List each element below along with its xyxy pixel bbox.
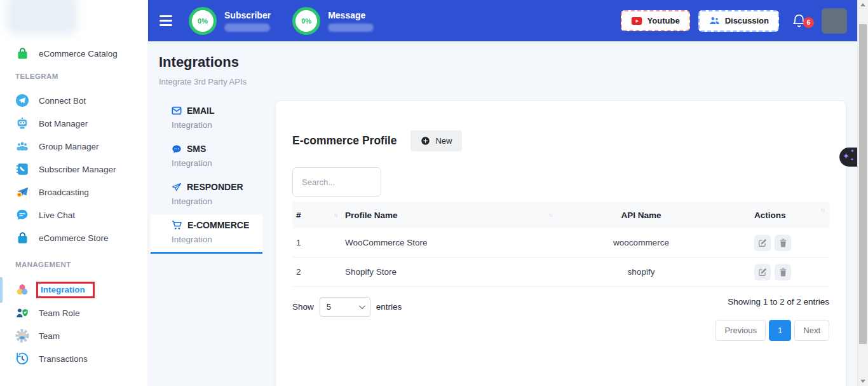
- tab-sms-integration[interactable]: SMS Integration: [151, 138, 262, 176]
- edit-icon: [758, 238, 767, 247]
- column-header-number[interactable]: # ↑↓: [292, 210, 345, 220]
- sidebar-item-subscriber-manager[interactable]: Subscriber Manager: [0, 158, 147, 181]
- send-plane-icon: [172, 183, 182, 192]
- next-page-button[interactable]: Next: [794, 320, 829, 341]
- sidebar-item-transactions[interactable]: Transactions: [0, 347, 147, 370]
- subscriber-stat-label: Subscriber: [224, 10, 271, 20]
- sidebar-item-broadcasting[interactable]: Broadcasting: [0, 181, 147, 203]
- sidebar-item-integration[interactable]: Integration: [0, 279, 147, 301]
- message-progress: 0% Message: [292, 7, 374, 35]
- scroll-down-arrow-icon[interactable]: [860, 380, 865, 383]
- sidebar-item-team-role[interactable]: Team Role: [0, 301, 147, 324]
- sidebar-item-ecommerce-store[interactable]: eCommerce Store: [0, 226, 147, 249]
- message-stat-label: Message: [328, 10, 374, 20]
- main-content: Integrations Integrate 3rd Party APIs EM…: [148, 41, 857, 386]
- tab-subtitle: Integration: [172, 158, 262, 169]
- annotation-highlight-box: Integration: [36, 282, 95, 298]
- subscriber-stat-redacted-value: [224, 24, 270, 32]
- page-size-value: 5: [327, 302, 331, 312]
- sidebar-item-label: Team: [39, 331, 60, 341]
- top-header: 0% Subscriber 0% Message Youtube Discuss…: [148, 0, 857, 41]
- page-subtitle: Integrate 3rd Party APIs: [159, 77, 247, 86]
- shopping-bag-blue-icon: [15, 231, 29, 245]
- discussion-button-label: Discussion: [725, 16, 769, 25]
- youtube-button[interactable]: Youtube: [621, 10, 690, 31]
- table-header-row: # ↑↓ Profile Name ↑↓ API Name Actions ↑↓: [292, 202, 829, 228]
- youtube-button-label: Youtube: [648, 16, 680, 25]
- page-size-select[interactable]: 5: [320, 297, 370, 317]
- table-row: 2 Shopify Store shopify: [292, 258, 829, 287]
- sparkle-icon: ✦: [843, 151, 850, 161]
- scroll-up-arrow-icon[interactable]: [860, 3, 865, 6]
- sidebar-item-connect-bot[interactable]: Connect Bot: [0, 89, 147, 112]
- subscriber-progress-ring: 0%: [189, 7, 217, 35]
- sms-bubble-icon: [172, 144, 182, 154]
- integration-tabs: EMAIL Integration SMS Integration RESPON…: [151, 100, 262, 254]
- trash-icon: [779, 238, 787, 247]
- notifications-button[interactable]: 6: [791, 13, 807, 29]
- sparkle-icon: ✦: [850, 157, 854, 162]
- plus-circle-icon: [421, 136, 430, 146]
- sidebar-item-label: Transactions: [39, 354, 88, 364]
- sidebar-item-label: Subscriber Manager: [39, 165, 116, 174]
- tab-title: SMS: [187, 143, 206, 155]
- column-header-api-name[interactable]: API Name: [560, 210, 722, 220]
- sidebar-item-label: Live Chat: [39, 210, 75, 220]
- sidebar-item-label: Broadcasting: [39, 188, 89, 197]
- edit-button[interactable]: [754, 264, 771, 280]
- sidebar-item-label: Bot Manager: [39, 119, 88, 128]
- menu-toggle-icon[interactable]: [159, 15, 172, 26]
- profiles-table: # ↑↓ Profile Name ↑↓ API Name Actions ↑↓: [292, 202, 829, 287]
- sidebar-section-telegram: TELEGRAM: [0, 65, 147, 84]
- tab-responder-integration[interactable]: RESPONDER Integration: [151, 176, 262, 214]
- ai-assistant-button[interactable]: ✦ ✦ ✦: [839, 148, 857, 167]
- tab-email-integration[interactable]: EMAIL Integration: [151, 100, 262, 137]
- sidebar-item-group-manager[interactable]: Group Manager: [0, 135, 147, 158]
- current-page-button[interactable]: 1: [769, 320, 791, 341]
- new-profile-button[interactable]: New: [410, 130, 462, 151]
- envelope-icon: [172, 106, 182, 115]
- history-clock-icon: [15, 352, 29, 366]
- delete-button[interactable]: [775, 264, 791, 280]
- edit-button[interactable]: [754, 235, 771, 251]
- api-name-cell: woocommerce: [560, 238, 722, 247]
- sort-icon: ↑↓: [820, 207, 824, 213]
- search-input[interactable]: [292, 167, 381, 196]
- person-shield-icon: [15, 306, 29, 320]
- robot-icon: [15, 116, 29, 130]
- tab-subtitle: Integration: [172, 234, 262, 245]
- previous-page-button[interactable]: Previous: [715, 320, 766, 341]
- card-title: E-commerce Profile: [292, 134, 397, 148]
- sidebar-item-live-chat[interactable]: Live Chat: [0, 203, 147, 226]
- sidebar-item-label: eCommerce Catalog: [39, 49, 118, 59]
- discussion-button[interactable]: Discussion: [698, 10, 779, 32]
- chevron-down-icon: [359, 303, 365, 309]
- delete-button[interactable]: [775, 235, 791, 251]
- sidebar-item-label: eCommerce Store: [39, 233, 109, 243]
- scrollbar-thumb[interactable]: [859, 24, 867, 344]
- profile-name-cell: WooCommerce Store: [345, 238, 560, 247]
- shopping-cart-icon: [172, 220, 182, 230]
- show-label: Show: [292, 302, 314, 312]
- tab-title: RESPONDER: [187, 181, 243, 193]
- sidebar: eCommerce Catalog TELEGRAM Connect Bot B…: [0, 0, 148, 386]
- integration-circles-icon: [15, 283, 29, 297]
- avatar[interactable]: [822, 8, 847, 34]
- users-icon: [709, 16, 720, 26]
- sidebar-item-label: Connect Bot: [39, 96, 86, 106]
- column-header-actions[interactable]: Actions: [722, 210, 829, 220]
- sidebar-item-bot-manager[interactable]: Bot Manager: [0, 112, 147, 135]
- tab-subtitle: Integration: [172, 196, 262, 207]
- vertical-scrollbar[interactable]: [857, 0, 868, 386]
- tab-ecommerce-integration[interactable]: E-COMMERCE Integration: [151, 214, 262, 254]
- tab-subtitle: Integration: [172, 120, 262, 131]
- sidebar-section-management: MANAGEMENT: [0, 249, 147, 272]
- profile-name-cell: Shopify Store: [345, 267, 560, 277]
- youtube-icon: [631, 17, 642, 25]
- sidebar-item-ecommerce-catalog[interactable]: eCommerce Catalog: [0, 42, 147, 65]
- api-name-cell: shopify: [560, 267, 722, 277]
- shopping-bag-green-icon: [15, 46, 29, 60]
- column-header-profile-name[interactable]: Profile Name ↑↓: [345, 210, 560, 220]
- sidebar-item-team[interactable]: Team: [0, 324, 147, 347]
- tab-title: EMAIL: [187, 105, 215, 116]
